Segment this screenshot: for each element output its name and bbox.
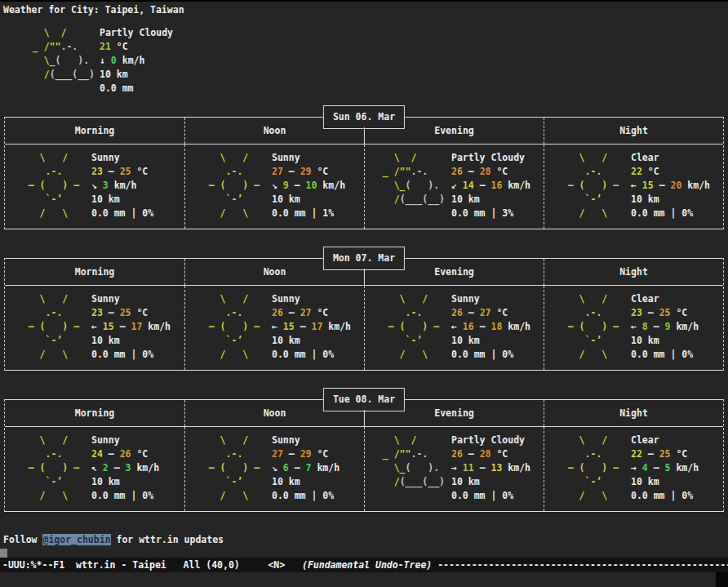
temperature-value: 26 – 27 °C [272, 306, 351, 320]
period-header-morning: Morning [5, 118, 184, 144]
visibility-value: 10 km [631, 475, 699, 489]
date-label: Tue 08. Mar [323, 388, 405, 411]
precipitation-value: 0.0 mm | 0% [631, 207, 710, 220]
temperature-value: 26 – 27 °C [451, 306, 530, 320]
precipitation-value: 0.0 mm | 0% [631, 348, 699, 362]
weather-cell-details: Partly Cloudy26 – 28 °C→ 11 – 13 km/h10 … [451, 434, 530, 503]
visibility-value: 10 km [91, 475, 159, 489]
temperature-value: 26 – 28 °C [451, 447, 530, 461]
wind-value: ↘ 6 – 7 km/h [272, 461, 340, 475]
wind-value: ↙ 14 – 16 km/h [451, 179, 530, 193]
precipitation-value: 0.0 mm | 0% [272, 489, 340, 503]
terminal-screen: { "palette": { "fg": "#ececec", "yellow"… [0, 0, 728, 587]
temperature-value: 23 – 25 °C [91, 165, 153, 179]
weather-cell-details: Sunny23 – 25 °C← 15 – 17 km/h10 km0.0 mm… [91, 292, 171, 362]
partly-cloudy-icon: \ / _ /"".-. \_( ). /(___(__) [371, 434, 451, 503]
condition-label: Sunny [91, 292, 171, 306]
sunny-icon: \ / .-. – ( ) – `-’ / \ [551, 151, 631, 220]
visibility-value: 10 km [272, 475, 340, 489]
precipitation-value: 0.0 mm | 3% [451, 207, 530, 220]
period-header-night: Night [544, 259, 723, 285]
precipitation-value: 0.0 mm | 0% [451, 489, 530, 503]
current-conditions-details: Partly Cloudy 21 °C ↓ 0 km/h 10 km 0.0 m… [100, 26, 173, 96]
footer-text: Follow [3, 534, 42, 545]
weather-cell-details: Partly Cloudy26 – 28 °C↙ 14 – 16 km/h10 … [451, 151, 530, 220]
twitter-handle-link[interactable]: @igor_chubin [42, 534, 110, 545]
sunny-icon: \ / .-. – ( ) – `-’ / \ [192, 434, 272, 503]
weather-cell: \ / .-. – ( ) – `-’ / \Clear22 °C← 15 – … [544, 145, 723, 229]
visibility-value: 10 km [272, 193, 345, 207]
wind-value: ← 16 – 18 km/h [451, 320, 530, 334]
sunny-icon: \ / .-. – ( ) – `-’ / \ [551, 434, 631, 503]
temperature-value: 24 – 26 °C [91, 447, 159, 461]
period-header-night: Night [544, 118, 723, 144]
visibility-value: 10 km [631, 193, 710, 207]
wind-value: ↘ 3 km/h [91, 179, 153, 193]
visibility-value: 10 km [272, 334, 351, 348]
weather-cell: \ / _ /"".-. \_( ). /(___(__)Partly Clou… [364, 145, 544, 229]
sunny-icon: \ / .-. – ( ) – `-’ / \ [192, 292, 272, 362]
current-visibility-value: 10 km [100, 68, 173, 82]
temperature-value: 27 – 29 °C [272, 165, 345, 179]
period-header-morning: Morning [5, 400, 184, 426]
temperature-value: 27 – 29 °C [272, 447, 340, 461]
major-mode-label: (Fundamental Undo-Tree) [302, 559, 432, 571]
weather-cell-details: Sunny27 – 29 °C↘ 6 – 7 km/h10 km0.0 mm |… [272, 434, 340, 503]
weather-cell: \ / .-. – ( ) – `-’ / \Clear22 – 25 °C→ … [544, 427, 723, 511]
partly-cloudy-icon: \ / _ /"".-. \_( ). /(___(__) [21, 26, 100, 96]
current-wind-value: ↓ 0 km/h [100, 54, 173, 68]
weather-cell: \ / .-. – ( ) – `-’ / \Sunny23 – 25 °C↘ … [5, 145, 184, 229]
emacs-mode-line[interactable]: -UUU:%*--F1 wttr.in - Taipei All (40,0) … [0, 558, 728, 572]
window-corner [716, 572, 728, 587]
mode-line-buffer-info: -UUU:%*--F1 wttr.in - Taipei All (40,0) [2, 559, 240, 571]
condition-label: Sunny [91, 151, 153, 165]
condition-label: Partly Cloudy [451, 434, 530, 447]
condition-label: Clear [631, 292, 699, 306]
temperature-value: 26 – 28 °C [451, 165, 530, 179]
forecast-cell-row: \ / .-. – ( ) – `-’ / \Sunny23 – 25 °C← … [5, 286, 723, 370]
wind-value: ↖ 2 – 3 km/h [91, 461, 159, 475]
condition-label: Partly Cloudy [451, 151, 530, 165]
weather-cell-details: Sunny23 – 25 °C↘ 3 km/h10 km0.0 mm | 0% [91, 151, 153, 220]
weather-cell: \ / _ /"".-. \_( ). /(___(__)Partly Clou… [364, 427, 544, 511]
sunny-icon: \ / .-. – ( ) – `-’ / \ [192, 151, 272, 220]
condition-label: Sunny [272, 434, 340, 447]
current-precipitation-value: 0.0 mm [100, 82, 173, 96]
weather-cell: \ / .-. – ( ) – `-’ / \Sunny27 – 29 °C↘ … [184, 145, 364, 229]
echo-area[interactable] [0, 572, 728, 587]
weather-cell: \ / .-. – ( ) – `-’ / \Clear23 – 25 °C← … [544, 286, 723, 370]
forecast-tables: Sun 06. MarMorningNoonEveningNight \ / .… [0, 117, 728, 512]
weather-cell-details: Sunny27 – 29 °C↘ 9 – 10 km/h10 km0.0 mm … [272, 151, 345, 220]
visibility-value: 10 km [631, 334, 699, 348]
condition-label: Sunny [451, 292, 530, 306]
day-table: Mon 07. MarMorningNoonEveningNight \ / .… [4, 258, 724, 371]
forecast-cell-row: \ / .-. – ( ) – `-’ / \Sunny24 – 26 °C↖ … [5, 427, 723, 511]
visibility-value: 10 km [451, 475, 530, 489]
partly-cloudy-icon: \ / _ /"".-. \_( ). /(___(__) [371, 151, 451, 220]
weather-cell-details: Clear23 – 25 °C← 8 – 9 km/h10 km0.0 mm |… [631, 292, 699, 362]
sunny-icon: \ / .-. – ( ) – `-’ / \ [371, 292, 451, 362]
period-header-morning: Morning [5, 259, 184, 285]
precipitation-value: 0.0 mm | 1% [272, 207, 345, 220]
visibility-value: 10 km [451, 193, 530, 207]
current-temperature-value: 21 °C [100, 40, 173, 54]
weather-cell: \ / .-. – ( ) – `-’ / \Sunny23 – 25 °C← … [5, 286, 184, 370]
temperature-value: 23 – 25 °C [91, 306, 171, 320]
wind-value: → 11 – 13 km/h [451, 461, 530, 475]
weather-cell: \ / .-. – ( ) – `-’ / \Sunny24 – 26 °C↖ … [5, 427, 184, 511]
precipitation-value: 0.0 mm | 0% [451, 348, 530, 362]
date-label: Sun 06. Mar [323, 105, 405, 129]
sunny-icon: \ / .-. – ( ) – `-’ / \ [11, 292, 91, 362]
current-conditions: \ / _ /"".-. \_( ). /(___(__) Partly Clo… [21, 26, 728, 96]
forecast-cell-row: \ / .-. – ( ) – `-’ / \Sunny23 – 25 °C↘ … [5, 145, 723, 229]
visibility-value: 10 km [91, 193, 153, 207]
wind-value: ← 15 – 17 km/h [91, 320, 171, 334]
wind-value: ↘ 9 – 10 km/h [272, 179, 345, 193]
weather-cell: \ / .-. – ( ) – `-’ / \Sunny26 – 27 °C← … [184, 286, 364, 370]
weather-cell: \ / .-. – ( ) – `-’ / \Sunny27 – 29 °C↘ … [184, 427, 364, 511]
day-table: Sun 06. MarMorningNoonEveningNight \ / .… [4, 117, 724, 229]
weather-cell: \ / .-. – ( ) – `-’ / \Sunny26 – 27 °C← … [364, 286, 544, 370]
evil-state-indicator: <N> [268, 559, 285, 571]
wind-value: → 4 – 5 km/h [631, 461, 699, 475]
precipitation-value: 0.0 mm | 0% [91, 348, 171, 362]
